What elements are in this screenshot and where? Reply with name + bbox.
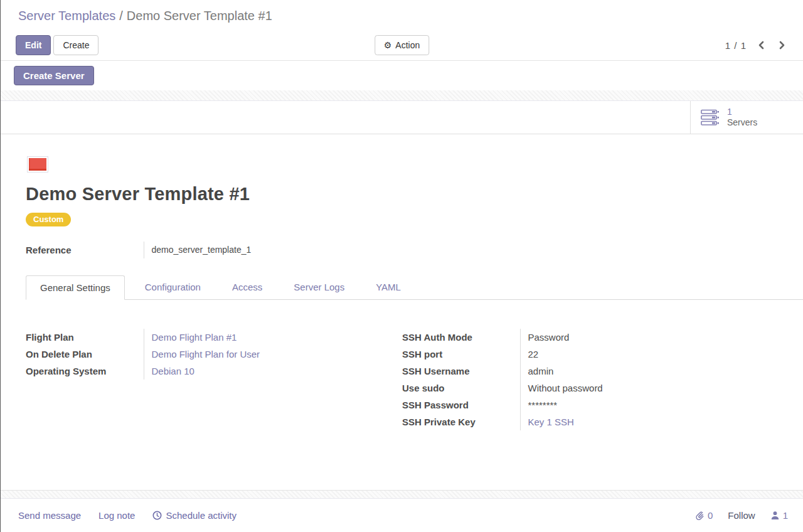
use-sudo-value: Without password xyxy=(520,380,683,396)
chevron-left-icon[interactable] xyxy=(755,38,767,52)
ssh-auth-mode-value: Password xyxy=(520,329,683,346)
create-button[interactable]: Create xyxy=(53,35,98,55)
schedule-activity-button[interactable]: Schedule activity xyxy=(152,510,237,521)
edit-button[interactable]: Edit xyxy=(16,35,51,55)
reference-group: Reference demo_server_template_1 xyxy=(26,242,307,258)
field-group-right: SSH Auth Mode Password SSH port 22 SSH U… xyxy=(402,329,683,430)
followers-count: 1 xyxy=(783,510,788,521)
flight-plan-value[interactable]: Demo Flight Plan #1 xyxy=(144,329,307,346)
field-row: Reference demo_server_template_1 xyxy=(26,242,307,258)
servers-label: Servers xyxy=(727,117,757,128)
tab-configuration[interactable]: Configuration xyxy=(134,275,212,299)
pager-text: 1 / 1 xyxy=(725,40,747,51)
field-row: Flight Plan Demo Flight Plan #1 xyxy=(26,329,307,346)
ssh-username-label: SSH Username xyxy=(402,363,520,380)
follow-button[interactable]: Follow xyxy=(728,510,755,521)
breadcrumb: Server Templates/Demo Server Template #1 xyxy=(1,0,803,30)
field-row: On Delete Plan Demo Flight Plan for User xyxy=(26,346,307,363)
servers-count: 1 xyxy=(727,107,757,117)
tab-yaml[interactable]: YAML xyxy=(364,275,412,299)
ssh-password-value: ******** xyxy=(520,396,683,413)
custom-badge: Custom xyxy=(26,213,71,226)
ssh-auth-mode-label: SSH Auth Mode xyxy=(402,329,520,346)
object-buttons-row: Create Server xyxy=(1,61,803,90)
ssh-port-label: SSH port xyxy=(402,346,520,363)
person-icon xyxy=(770,511,780,520)
create-server-button[interactable]: Create Server xyxy=(14,66,94,85)
reference-value: demo_server_template_1 xyxy=(144,242,307,258)
servers-stat-button[interactable]: 1 Servers xyxy=(690,101,803,134)
record-title: Demo Server Template #1 xyxy=(26,184,803,205)
operating-system-label: Operating System xyxy=(26,363,144,380)
field-row: SSH Private Key Key 1 SSH xyxy=(402,413,683,430)
tab-general-settings[interactable]: General Settings xyxy=(26,275,125,300)
tab-strip: General Settings Configuration Access Se… xyxy=(26,275,803,300)
action-button[interactable]: ⚙Action xyxy=(375,35,429,55)
ssh-username-value: admin xyxy=(520,363,683,380)
background-stripe xyxy=(1,90,803,101)
on-delete-plan-label: On Delete Plan xyxy=(26,346,144,363)
field-row: SSH Auth Mode Password xyxy=(402,329,683,346)
log-note-button[interactable]: Log note xyxy=(98,510,135,521)
on-delete-plan-value[interactable]: Demo Flight Plan for User xyxy=(144,346,307,363)
record-image[interactable] xyxy=(27,156,48,173)
page: Server Templates/Demo Server Template #1… xyxy=(0,0,803,532)
tab-content: Flight Plan Demo Flight Plan #1 On Delet… xyxy=(26,329,803,430)
field-row: SSH Username admin xyxy=(402,363,683,380)
flight-plan-label: Flight Plan xyxy=(26,329,144,346)
field-row: Operating System Debian 10 xyxy=(26,363,307,380)
control-panel: Edit Create ⚙Action 1 / 1 xyxy=(1,30,803,61)
form-sheet: Demo Server Template #1 Custom Reference… xyxy=(1,134,803,490)
send-message-button[interactable]: Send message xyxy=(18,510,81,521)
form-view: 1 Servers Demo Server Template #1 Custom… xyxy=(1,101,803,490)
ssh-private-key-label: SSH Private Key xyxy=(402,413,520,430)
followers-button[interactable]: 1 xyxy=(770,510,788,521)
button-box: 1 Servers xyxy=(1,101,803,134)
background-stripe xyxy=(1,490,803,499)
attachments-count: 0 xyxy=(708,510,713,521)
breadcrumb-current: Demo Server Template #1 xyxy=(127,9,272,23)
reference-label: Reference xyxy=(26,242,144,258)
ssh-private-key-value[interactable]: Key 1 SSH xyxy=(520,413,683,430)
record-image-fill xyxy=(29,158,46,171)
operating-system-value[interactable]: Debian 10 xyxy=(144,363,307,380)
ssh-password-label: SSH Password xyxy=(402,396,520,413)
chatter-bar: Send message Log note Schedule activity xyxy=(1,499,803,532)
ssh-port-value: 22 xyxy=(520,346,683,363)
gear-icon: ⚙ xyxy=(384,40,392,50)
tab-server-logs[interactable]: Server Logs xyxy=(282,275,356,299)
pager: 1 / 1 xyxy=(725,38,788,52)
servers-icon xyxy=(701,109,720,126)
use-sudo-label: Use sudo xyxy=(402,380,520,396)
field-row: Use sudo Without password xyxy=(402,380,683,396)
breadcrumb-separator: / xyxy=(119,9,123,23)
breadcrumb-parent-link[interactable]: Server Templates xyxy=(18,9,115,23)
tab-access[interactable]: Access xyxy=(221,275,274,299)
chevron-right-icon[interactable] xyxy=(776,38,788,52)
field-row: SSH Password ******** xyxy=(402,396,683,413)
field-row: SSH port 22 xyxy=(402,346,683,363)
field-group-left: Flight Plan Demo Flight Plan #1 On Delet… xyxy=(26,329,307,380)
clock-icon xyxy=(152,511,162,520)
attachments-button[interactable]: 0 xyxy=(695,510,713,521)
paperclip-icon xyxy=(695,511,705,521)
